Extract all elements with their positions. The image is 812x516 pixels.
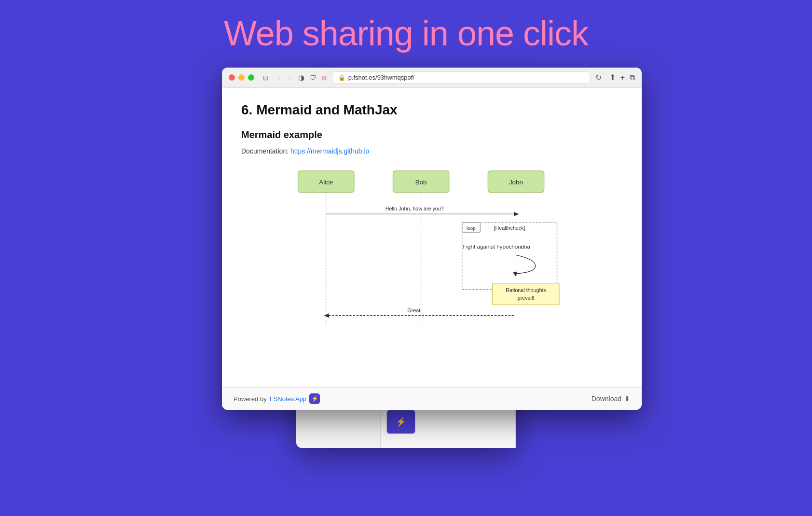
- browser-action-buttons: ⬆ + ⧉: [609, 73, 635, 82]
- url-text: p.fsnot.es/93hwmqspof/: [348, 74, 414, 81]
- sidebar-toggle-btn[interactable]: ⊡: [261, 73, 271, 83]
- address-bar[interactable]: 🔒 p.fsnot.es/93hwmqspof/: [332, 71, 591, 84]
- svg-text:Bob: Bob: [415, 179, 427, 186]
- svg-marker-10: [514, 212, 519, 216]
- svg-text:Alice: Alice: [319, 179, 333, 186]
- block-icon: ⊘: [321, 74, 327, 82]
- svg-text:prevail!: prevail!: [518, 295, 535, 301]
- browser-minimize[interactable]: [238, 74, 245, 81]
- fsnotes-icon: ⚡: [309, 393, 320, 404]
- svg-text:John: John: [509, 179, 523, 186]
- fsnotes-link[interactable]: FSNotes App: [270, 395, 307, 403]
- svg-rect-18: [492, 283, 559, 305]
- powered-by-text: Powered by FSNotes App ⚡: [234, 393, 320, 404]
- svg-marker-17: [513, 271, 517, 277]
- thumb-9-1: ⚡: [386, 410, 415, 434]
- copy-button[interactable]: ⧉: [630, 73, 635, 82]
- browser-maximize[interactable]: [248, 74, 254, 81]
- mermaid-diagram: Alice Bob John Hello John, how are you? …: [241, 167, 622, 331]
- doc-title: 6. Mermaid and MathJax: [241, 102, 622, 118]
- download-button[interactable]: Download ⬇: [592, 395, 630, 403]
- svg-rect-12: [462, 223, 557, 290]
- svg-text:Rational thoughts: Rational thoughts: [506, 287, 546, 293]
- browser-titlebar: ⊡ ‹ › ◑ 🛡 ⊘ 🔒 p.fsnot.es/93hwmqspof/ ↻ ⬆…: [222, 68, 642, 88]
- shield-icon: 🛡: [309, 73, 317, 82]
- browser-footer: Powered by FSNotes App ⚡ Download ⬇: [222, 387, 642, 410]
- svg-text:loop: loop: [467, 225, 476, 231]
- contrast-icon: ◑: [298, 73, 304, 82]
- doc-link[interactable]: https://mermaidjs.github.io: [290, 147, 369, 155]
- browser-close[interactable]: [229, 74, 235, 81]
- page-heading: Web sharing in one click: [0, 0, 812, 68]
- svg-text:Hello John, how are you?: Hello John, how are you?: [385, 206, 444, 211]
- browser-window: ⊡ ‹ › ◑ 🛡 ⊘ 🔒 p.fsnot.es/93hwmqspof/ ↻ ⬆…: [222, 68, 642, 410]
- svg-text:Fight against hypochondria: Fight against hypochondria: [463, 243, 530, 250]
- doc-subtitle: Mermaid example: [241, 129, 622, 140]
- doc-text: Documentation: https://mermaidjs.github.…: [241, 147, 622, 155]
- add-tab-button[interactable]: +: [620, 73, 625, 82]
- share-button[interactable]: ⬆: [609, 73, 616, 82]
- browser-traffic-lights: [229, 74, 254, 81]
- svg-marker-22: [324, 313, 329, 318]
- browser-content: 6. Mermaid and MathJax Mermaid example D…: [222, 88, 642, 387]
- back-button[interactable]: ‹: [275, 72, 282, 83]
- forward-button[interactable]: ›: [287, 72, 293, 83]
- download-icon: ⬇: [624, 395, 630, 403]
- note-thumbnail-9: ⚡: [386, 410, 509, 434]
- svg-text:[Healthcheck]: [Healthcheck]: [494, 225, 525, 231]
- lock-icon: 🔒: [338, 74, 345, 81]
- reload-button[interactable]: ↻: [595, 73, 602, 82]
- svg-text:Great!: Great!: [407, 307, 422, 313]
